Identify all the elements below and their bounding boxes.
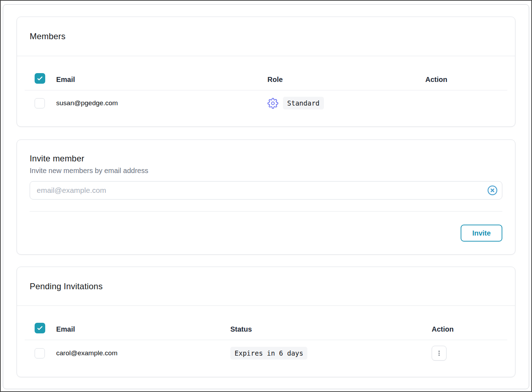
- member-role-cell: Standard: [267, 97, 425, 109]
- kebab-menu-icon: [435, 349, 443, 357]
- role-settings-gear-icon[interactable]: [267, 98, 278, 109]
- invite-email-input-wrap: [30, 181, 502, 200]
- members-col-email: Email: [56, 76, 267, 84]
- pending-email: carol@example.com: [56, 349, 230, 357]
- pending-invitation-row: carol@example.com Expires in 6 days: [17, 340, 515, 366]
- pending-status-badge: Expires in 6 days: [230, 347, 307, 360]
- member-row: susan@pgedge.com Standard: [17, 90, 515, 116]
- circle-x-icon: [487, 185, 498, 196]
- pending-col-status: Status: [230, 325, 432, 333]
- invite-email-input[interactable]: [30, 181, 502, 200]
- member-row-checkbox-cell: [35, 98, 56, 108]
- pending-invitations-card: Pending Invitations Email Status Action …: [17, 267, 515, 377]
- members-card-title: Members: [30, 31, 65, 41]
- checkmark-icon: [36, 325, 43, 332]
- invite-footer-divider: [30, 211, 502, 212]
- pending-col-email: Email: [56, 325, 230, 333]
- pending-table-header: Email Status Action: [17, 306, 515, 340]
- pending-action-cell: [432, 346, 502, 361]
- members-card: Members Email Role Action susan@pgedge.c…: [17, 17, 515, 127]
- pending-select-all-cell: [35, 323, 56, 333]
- pending-col-action: Action: [432, 325, 502, 333]
- invite-button-row: Invite: [30, 225, 502, 242]
- pending-card-title: Pending Invitations: [30, 281, 103, 291]
- row-actions-menu-button[interactable]: [432, 346, 447, 361]
- member-role-badge: Standard: [283, 97, 324, 109]
- invite-card-title: Invite member: [30, 140, 502, 164]
- pending-card-header: Pending Invitations: [17, 267, 515, 306]
- member-email: susan@pgedge.com: [56, 99, 267, 107]
- members-select-all-cell: [35, 73, 56, 84]
- members-table-header: Email Role Action: [17, 56, 515, 90]
- pending-status-cell: Expires in 6 days: [230, 347, 432, 360]
- invite-member-card: Invite member Invite new members by emai…: [17, 139, 515, 255]
- page-container: Members Email Role Action susan@pgedge.c…: [3, 4, 529, 389]
- checkmark-icon: [36, 75, 43, 82]
- pending-select-all-checkbox[interactable]: [35, 323, 45, 333]
- members-col-action: Action: [425, 76, 502, 84]
- pending-row-checkbox[interactable]: [35, 348, 45, 358]
- invite-card-body: Invite member Invite new members by emai…: [17, 140, 515, 242]
- invite-button[interactable]: Invite: [461, 225, 502, 242]
- members-select-all-checkbox[interactable]: [35, 73, 45, 84]
- members-col-role: Role: [267, 76, 425, 84]
- members-card-header: Members: [17, 17, 515, 56]
- screenshot-frame: Members Email Role Action susan@pgedge.c…: [0, 0, 532, 392]
- pending-row-checkbox-cell: [35, 348, 56, 358]
- clear-input-button[interactable]: [487, 185, 498, 196]
- member-row-checkbox[interactable]: [35, 98, 45, 108]
- invite-card-subtitle: Invite new members by email address: [30, 166, 502, 175]
